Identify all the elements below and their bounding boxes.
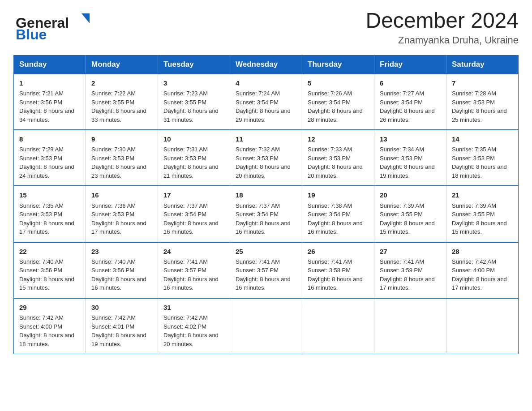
day-info: Sunrise: 7:40 AMSunset: 3:56 PMDaylight:… (19, 257, 80, 292)
calendar-day-19: 19Sunrise: 7:38 AMSunset: 3:54 PMDayligh… (302, 186, 374, 242)
calendar-day-28: 28Sunrise: 7:42 AMSunset: 4:00 PMDayligh… (446, 242, 519, 298)
svg-text:Blue: Blue (16, 26, 47, 43)
day-info: Sunrise: 7:28 AMSunset: 3:53 PMDaylight:… (452, 89, 513, 124)
day-number: 10 (163, 134, 224, 144)
calendar-day-14: 14Sunrise: 7:35 AMSunset: 3:53 PMDayligh… (446, 130, 519, 186)
day-number: 19 (308, 190, 369, 200)
svg-marker-1 (82, 13, 90, 23)
day-number: 17 (163, 190, 224, 200)
day-info: Sunrise: 7:33 AMSunset: 3:53 PMDaylight:… (308, 145, 369, 180)
calendar-header-row: Sunday Monday Tuesday Wednesday Thursday… (14, 55, 519, 74)
calendar-day-6: 6Sunrise: 7:27 AMSunset: 3:54 PMDaylight… (374, 74, 446, 130)
day-info: Sunrise: 7:35 AMSunset: 3:53 PMDaylight:… (452, 145, 513, 180)
calendar-day-7: 7Sunrise: 7:28 AMSunset: 3:53 PMDaylight… (446, 74, 519, 130)
empty-cell (446, 298, 519, 354)
day-info: Sunrise: 7:35 AMSunset: 3:53 PMDaylight:… (19, 201, 80, 236)
day-number: 4 (236, 78, 296, 88)
day-info: Sunrise: 7:42 AMSunset: 4:00 PMDaylight:… (452, 257, 513, 292)
calendar-day-13: 13Sunrise: 7:34 AMSunset: 3:53 PMDayligh… (374, 130, 446, 186)
day-number: 11 (236, 134, 296, 144)
logo-image: General Blue (13, 9, 99, 43)
day-info: Sunrise: 7:40 AMSunset: 3:56 PMDaylight:… (91, 257, 152, 292)
calendar-day-17: 17Sunrise: 7:37 AMSunset: 3:54 PMDayligh… (158, 186, 230, 242)
logo: General Blue (13, 9, 99, 43)
day-info: Sunrise: 7:37 AMSunset: 3:54 PMDaylight:… (236, 201, 296, 236)
calendar-day-5: 5Sunrise: 7:26 AMSunset: 3:54 PMDaylight… (302, 74, 374, 130)
day-number: 2 (91, 78, 152, 88)
col-friday: Friday (374, 55, 446, 74)
day-number: 31 (163, 302, 224, 313)
day-number: 20 (380, 190, 441, 200)
day-number: 24 (163, 246, 224, 257)
day-number: 14 (452, 134, 513, 144)
day-number: 26 (308, 246, 369, 257)
day-number: 21 (452, 190, 513, 200)
day-info: Sunrise: 7:36 AMSunset: 3:53 PMDaylight:… (91, 201, 152, 236)
calendar-week-4: 22Sunrise: 7:40 AMSunset: 3:56 PMDayligh… (14, 242, 519, 298)
month-title: December 2024 (365, 9, 519, 33)
day-number: 7 (452, 78, 513, 88)
day-info: Sunrise: 7:37 AMSunset: 3:54 PMDaylight:… (163, 201, 224, 236)
day-number: 15 (19, 190, 80, 200)
day-info: Sunrise: 7:23 AMSunset: 3:55 PMDaylight:… (163, 89, 224, 124)
day-number: 13 (380, 134, 441, 144)
calendar-day-1: 1Sunrise: 7:21 AMSunset: 3:56 PMDaylight… (14, 74, 86, 130)
calendar-week-2: 8Sunrise: 7:29 AMSunset: 3:53 PMDaylight… (14, 130, 519, 186)
day-info: Sunrise: 7:21 AMSunset: 3:56 PMDaylight:… (19, 89, 80, 124)
day-number: 30 (91, 302, 152, 313)
calendar-day-30: 30Sunrise: 7:42 AMSunset: 4:01 PMDayligh… (86, 298, 158, 354)
day-info: Sunrise: 7:32 AMSunset: 3:53 PMDaylight:… (236, 145, 296, 180)
empty-cell (374, 298, 446, 354)
col-sunday: Sunday (14, 55, 86, 74)
day-number: 16 (91, 190, 152, 200)
day-info: Sunrise: 7:34 AMSunset: 3:53 PMDaylight:… (380, 145, 441, 180)
calendar-day-9: 9Sunrise: 7:30 AMSunset: 3:53 PMDaylight… (86, 130, 158, 186)
day-number: 9 (91, 134, 152, 144)
day-number: 3 (163, 78, 224, 88)
calendar-day-27: 27Sunrise: 7:41 AMSunset: 3:59 PMDayligh… (374, 242, 446, 298)
col-wednesday: Wednesday (230, 55, 302, 74)
day-info: Sunrise: 7:41 AMSunset: 3:57 PMDaylight:… (163, 257, 224, 292)
calendar-day-21: 21Sunrise: 7:39 AMSunset: 3:55 PMDayligh… (446, 186, 519, 242)
calendar-week-3: 15Sunrise: 7:35 AMSunset: 3:53 PMDayligh… (14, 186, 519, 242)
day-number: 28 (452, 246, 513, 257)
col-tuesday: Tuesday (158, 55, 230, 74)
day-info: Sunrise: 7:42 AMSunset: 4:02 PMDaylight:… (163, 313, 224, 348)
col-saturday: Saturday (446, 55, 519, 74)
calendar-table: Sunday Monday Tuesday Wednesday Thursday… (13, 55, 519, 354)
empty-cell (302, 298, 374, 354)
day-number: 1 (19, 78, 80, 88)
calendar-day-3: 3Sunrise: 7:23 AMSunset: 3:55 PMDaylight… (158, 74, 230, 130)
calendar-day-23: 23Sunrise: 7:40 AMSunset: 3:56 PMDayligh… (86, 242, 158, 298)
day-info: Sunrise: 7:39 AMSunset: 3:55 PMDaylight:… (452, 201, 513, 236)
day-number: 18 (236, 190, 296, 200)
calendar-week-1: 1Sunrise: 7:21 AMSunset: 3:56 PMDaylight… (14, 74, 519, 130)
day-number: 12 (308, 134, 369, 144)
day-info: Sunrise: 7:27 AMSunset: 3:54 PMDaylight:… (380, 89, 441, 124)
calendar-day-12: 12Sunrise: 7:33 AMSunset: 3:53 PMDayligh… (302, 130, 374, 186)
title-area: December 2024 Znamyanka Druha, Ukraine (365, 9, 519, 46)
day-info: Sunrise: 7:31 AMSunset: 3:53 PMDaylight:… (163, 145, 224, 180)
day-info: Sunrise: 7:22 AMSunset: 3:55 PMDaylight:… (91, 89, 152, 124)
location: Znamyanka Druha, Ukraine (365, 34, 519, 46)
day-info: Sunrise: 7:29 AMSunset: 3:53 PMDaylight:… (19, 145, 80, 180)
day-info: Sunrise: 7:24 AMSunset: 3:54 PMDaylight:… (236, 89, 296, 124)
day-info: Sunrise: 7:41 AMSunset: 3:57 PMDaylight:… (236, 257, 296, 292)
day-number: 27 (380, 246, 441, 257)
calendar-day-25: 25Sunrise: 7:41 AMSunset: 3:57 PMDayligh… (230, 242, 302, 298)
day-number: 23 (91, 246, 152, 257)
day-info: Sunrise: 7:41 AMSunset: 3:59 PMDaylight:… (380, 257, 441, 292)
day-info: Sunrise: 7:39 AMSunset: 3:55 PMDaylight:… (380, 201, 441, 236)
calendar-day-29: 29Sunrise: 7:42 AMSunset: 4:00 PMDayligh… (14, 298, 86, 354)
day-number: 25 (236, 246, 296, 257)
calendar-day-18: 18Sunrise: 7:37 AMSunset: 3:54 PMDayligh… (230, 186, 302, 242)
calendar-day-16: 16Sunrise: 7:36 AMSunset: 3:53 PMDayligh… (86, 186, 158, 242)
calendar-day-22: 22Sunrise: 7:40 AMSunset: 3:56 PMDayligh… (14, 242, 86, 298)
col-monday: Monday (86, 55, 158, 74)
day-number: 8 (19, 134, 80, 144)
day-number: 22 (19, 246, 80, 257)
calendar-day-10: 10Sunrise: 7:31 AMSunset: 3:53 PMDayligh… (158, 130, 230, 186)
day-info: Sunrise: 7:38 AMSunset: 3:54 PMDaylight:… (308, 201, 369, 236)
page-header: General Blue December 2024 Znamyanka Dru… (13, 9, 519, 46)
day-info: Sunrise: 7:30 AMSunset: 3:53 PMDaylight:… (91, 145, 152, 180)
